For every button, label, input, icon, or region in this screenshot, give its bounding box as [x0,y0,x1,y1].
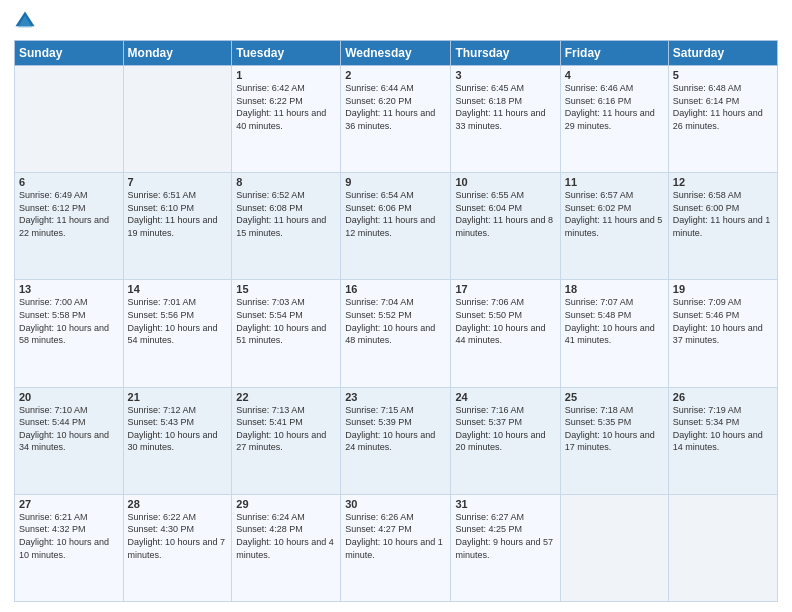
calendar-cell: 26Sunrise: 7:19 AMSunset: 5:34 PMDayligh… [668,387,777,494]
days-of-week-row: SundayMondayTuesdayWednesdayThursdayFrid… [15,41,778,66]
calendar-week-row: 27Sunrise: 6:21 AMSunset: 4:32 PMDayligh… [15,494,778,601]
day-number: 30 [345,498,446,510]
calendar-cell: 6Sunrise: 6:49 AMSunset: 6:12 PMDaylight… [15,173,124,280]
day-number: 23 [345,391,446,403]
calendar-cell: 2Sunrise: 6:44 AMSunset: 6:20 PMDaylight… [341,66,451,173]
calendar-cell: 27Sunrise: 6:21 AMSunset: 4:32 PMDayligh… [15,494,124,601]
calendar-cell: 5Sunrise: 6:48 AMSunset: 6:14 PMDaylight… [668,66,777,173]
day-number: 16 [345,283,446,295]
day-of-week-header: Monday [123,41,232,66]
calendar-page: SundayMondayTuesdayWednesdayThursdayFrid… [0,0,792,612]
day-info: Sunrise: 6:57 AMSunset: 6:02 PMDaylight:… [565,189,664,239]
day-info: Sunrise: 7:07 AMSunset: 5:48 PMDaylight:… [565,296,664,346]
day-number: 29 [236,498,336,510]
day-number: 18 [565,283,664,295]
calendar-cell: 9Sunrise: 6:54 AMSunset: 6:06 PMDaylight… [341,173,451,280]
day-info: Sunrise: 7:12 AMSunset: 5:43 PMDaylight:… [128,404,228,454]
calendar-cell: 23Sunrise: 7:15 AMSunset: 5:39 PMDayligh… [341,387,451,494]
day-number: 21 [128,391,228,403]
day-number: 27 [19,498,119,510]
calendar-cell: 8Sunrise: 6:52 AMSunset: 6:08 PMDaylight… [232,173,341,280]
day-info: Sunrise: 7:09 AMSunset: 5:46 PMDaylight:… [673,296,773,346]
day-info: Sunrise: 6:21 AMSunset: 4:32 PMDaylight:… [19,511,119,561]
day-of-week-header: Thursday [451,41,560,66]
day-info: Sunrise: 7:16 AMSunset: 5:37 PMDaylight:… [455,404,555,454]
day-number: 22 [236,391,336,403]
day-number: 2 [345,69,446,81]
header [14,10,778,32]
day-number: 25 [565,391,664,403]
calendar-cell: 19Sunrise: 7:09 AMSunset: 5:46 PMDayligh… [668,280,777,387]
calendar-header: SundayMondayTuesdayWednesdayThursdayFrid… [15,41,778,66]
day-info: Sunrise: 7:01 AMSunset: 5:56 PMDaylight:… [128,296,228,346]
day-number: 19 [673,283,773,295]
day-info: Sunrise: 6:49 AMSunset: 6:12 PMDaylight:… [19,189,119,239]
day-of-week-header: Sunday [15,41,124,66]
calendar-cell: 31Sunrise: 6:27 AMSunset: 4:25 PMDayligh… [451,494,560,601]
day-number: 20 [19,391,119,403]
day-number: 10 [455,176,555,188]
day-number: 1 [236,69,336,81]
day-info: Sunrise: 7:10 AMSunset: 5:44 PMDaylight:… [19,404,119,454]
calendar-cell: 18Sunrise: 7:07 AMSunset: 5:48 PMDayligh… [560,280,668,387]
day-number: 13 [19,283,119,295]
calendar-cell: 30Sunrise: 6:26 AMSunset: 4:27 PMDayligh… [341,494,451,601]
day-info: Sunrise: 7:03 AMSunset: 5:54 PMDaylight:… [236,296,336,346]
day-number: 31 [455,498,555,510]
calendar-cell [15,66,124,173]
day-info: Sunrise: 7:18 AMSunset: 5:35 PMDaylight:… [565,404,664,454]
logo [14,10,40,32]
day-info: Sunrise: 6:27 AMSunset: 4:25 PMDaylight:… [455,511,555,561]
day-info: Sunrise: 6:52 AMSunset: 6:08 PMDaylight:… [236,189,336,239]
day-number: 26 [673,391,773,403]
calendar-cell: 17Sunrise: 7:06 AMSunset: 5:50 PMDayligh… [451,280,560,387]
day-number: 24 [455,391,555,403]
calendar-cell: 20Sunrise: 7:10 AMSunset: 5:44 PMDayligh… [15,387,124,494]
calendar-cell: 21Sunrise: 7:12 AMSunset: 5:43 PMDayligh… [123,387,232,494]
day-number: 5 [673,69,773,81]
calendar-cell: 12Sunrise: 6:58 AMSunset: 6:00 PMDayligh… [668,173,777,280]
day-info: Sunrise: 6:51 AMSunset: 6:10 PMDaylight:… [128,189,228,239]
day-of-week-header: Tuesday [232,41,341,66]
calendar-week-row: 1Sunrise: 6:42 AMSunset: 6:22 PMDaylight… [15,66,778,173]
calendar-cell: 1Sunrise: 6:42 AMSunset: 6:22 PMDaylight… [232,66,341,173]
calendar-cell: 29Sunrise: 6:24 AMSunset: 4:28 PMDayligh… [232,494,341,601]
day-info: Sunrise: 7:19 AMSunset: 5:34 PMDaylight:… [673,404,773,454]
calendar-cell [668,494,777,601]
day-of-week-header: Saturday [668,41,777,66]
day-info: Sunrise: 6:55 AMSunset: 6:04 PMDaylight:… [455,189,555,239]
day-number: 11 [565,176,664,188]
calendar-cell: 4Sunrise: 6:46 AMSunset: 6:16 PMDaylight… [560,66,668,173]
calendar-table: SundayMondayTuesdayWednesdayThursdayFrid… [14,40,778,602]
day-number: 17 [455,283,555,295]
day-info: Sunrise: 6:45 AMSunset: 6:18 PMDaylight:… [455,82,555,132]
calendar-cell: 3Sunrise: 6:45 AMSunset: 6:18 PMDaylight… [451,66,560,173]
calendar-cell: 16Sunrise: 7:04 AMSunset: 5:52 PMDayligh… [341,280,451,387]
day-number: 7 [128,176,228,188]
calendar-week-row: 13Sunrise: 7:00 AMSunset: 5:58 PMDayligh… [15,280,778,387]
day-info: Sunrise: 7:00 AMSunset: 5:58 PMDaylight:… [19,296,119,346]
calendar-week-row: 20Sunrise: 7:10 AMSunset: 5:44 PMDayligh… [15,387,778,494]
calendar-cell [123,66,232,173]
day-number: 6 [19,176,119,188]
day-number: 12 [673,176,773,188]
calendar-cell: 15Sunrise: 7:03 AMSunset: 5:54 PMDayligh… [232,280,341,387]
day-info: Sunrise: 6:58 AMSunset: 6:00 PMDaylight:… [673,189,773,239]
day-of-week-header: Friday [560,41,668,66]
day-info: Sunrise: 6:22 AMSunset: 4:30 PMDaylight:… [128,511,228,561]
calendar-cell: 28Sunrise: 6:22 AMSunset: 4:30 PMDayligh… [123,494,232,601]
day-info: Sunrise: 7:06 AMSunset: 5:50 PMDaylight:… [455,296,555,346]
calendar-body: 1Sunrise: 6:42 AMSunset: 6:22 PMDaylight… [15,66,778,602]
day-of-week-header: Wednesday [341,41,451,66]
day-info: Sunrise: 6:54 AMSunset: 6:06 PMDaylight:… [345,189,446,239]
day-number: 14 [128,283,228,295]
calendar-cell: 24Sunrise: 7:16 AMSunset: 5:37 PMDayligh… [451,387,560,494]
calendar-week-row: 6Sunrise: 6:49 AMSunset: 6:12 PMDaylight… [15,173,778,280]
day-info: Sunrise: 6:48 AMSunset: 6:14 PMDaylight:… [673,82,773,132]
day-info: Sunrise: 6:24 AMSunset: 4:28 PMDaylight:… [236,511,336,561]
day-info: Sunrise: 6:46 AMSunset: 6:16 PMDaylight:… [565,82,664,132]
logo-icon [14,10,36,32]
calendar-cell: 22Sunrise: 7:13 AMSunset: 5:41 PMDayligh… [232,387,341,494]
day-number: 9 [345,176,446,188]
calendar-cell [560,494,668,601]
